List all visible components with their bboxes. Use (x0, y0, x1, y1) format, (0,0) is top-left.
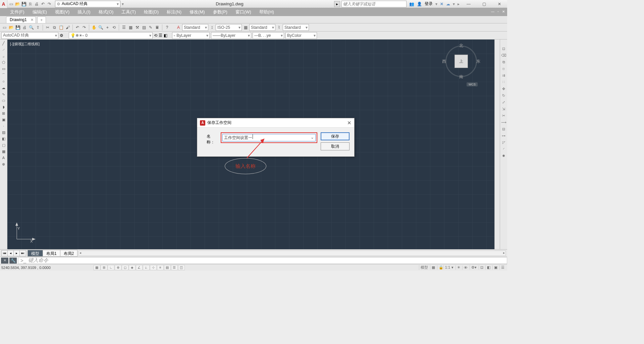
tb-tool-icon[interactable]: ⚒ (134, 24, 140, 30)
snap-toggle[interactable]: ▦ (94, 265, 100, 270)
menu-file[interactable]: 文件(F) (10, 9, 24, 15)
tb-open-icon[interactable]: 📂 (8, 24, 14, 30)
copy-icon[interactable]: ⧉ (501, 59, 507, 65)
color-combo[interactable]: ▫ByLayer (172, 32, 210, 39)
layout-first-icon[interactable]: ⏮ (2, 251, 8, 256)
grid-icon[interactable]: ▦ (430, 265, 436, 270)
tab-layout2[interactable]: 布局2 (60, 250, 78, 257)
line-icon[interactable]: ╱ (1, 40, 7, 46)
viewcube-north[interactable]: 北 (459, 43, 463, 49)
gradient-icon[interactable]: ◧ (1, 136, 7, 142)
join-icon[interactable]: ⊶ (501, 133, 507, 139)
redo-icon[interactable]: ↷ (46, 1, 52, 7)
menu-dimension[interactable]: 标注(N) (167, 9, 181, 15)
addsel-icon[interactable]: ⊕ (1, 161, 7, 167)
mirror-icon[interactable]: ⎅ (501, 66, 507, 72)
circle-icon[interactable]: ○ (1, 78, 7, 84)
grid-toggle[interactable]: ⊞ (101, 265, 107, 270)
region-icon[interactable]: ▢ (1, 142, 7, 148)
viewport-label[interactable]: [-][俯视][二维线框] (10, 42, 40, 47)
tb-cut-icon[interactable]: ✂ (45, 24, 51, 30)
ortho-toggle[interactable]: ∟ (108, 265, 114, 270)
layer-state-icon[interactable]: ☰ (159, 33, 162, 38)
qat-dropdown-icon[interactable]: ▾ (120, 2, 125, 6)
rotate-icon[interactable]: ↻ (501, 92, 507, 98)
tb-paste-icon[interactable]: 📋 (58, 24, 64, 30)
tb-publish-icon[interactable]: ⇪ (35, 24, 41, 30)
plotstyle-combo[interactable]: ByColor (285, 32, 317, 39)
tb-qcalc-icon[interactable]: 🖩 (154, 24, 160, 30)
dialog-titlebar[interactable]: A 保存工作空间 ✕ (197, 118, 354, 128)
minimize-button[interactable]: ― (461, 0, 476, 8)
hardware-icon[interactable]: ⊡ (479, 265, 485, 270)
tb-sheet-icon[interactable]: ▤ (141, 24, 147, 30)
dyn-toggle[interactable]: ⊹ (150, 265, 157, 270)
move-icon[interactable]: ✥ (501, 86, 507, 92)
dialog-close-icon[interactable]: ✕ (347, 120, 352, 126)
insert-icon[interactable]: ⊞ (1, 110, 7, 116)
help-overflow-icon[interactable]: ▸ (458, 2, 460, 6)
tb-dc-icon[interactable]: ▦ (127, 24, 133, 30)
workspace-combo2[interactable]: AutoCAD 经典 (1, 32, 58, 39)
menu-help[interactable]: 帮助(H) (259, 9, 274, 15)
polar-toggle[interactable]: ⊕ (115, 265, 121, 270)
layout-next-icon[interactable]: ▸ (14, 251, 20, 256)
mdi-minimize-icon[interactable]: ― (490, 9, 495, 14)
break-icon[interactable]: ⊟ (501, 126, 507, 132)
tb-help-icon[interactable]: ? (164, 24, 170, 30)
tb-zoom-icon[interactable]: 🔍 (98, 24, 104, 30)
coordinates[interactable]: 5240.5834, 397.9109 , 0.0000 (1, 266, 51, 270)
pline-icon[interactable]: ⟓ (1, 53, 7, 59)
tb-print-icon[interactable]: 🖨 (21, 24, 28, 30)
tb-zoomprev-icon[interactable]: ⟲ (111, 24, 117, 30)
dimstyle-icon[interactable]: ⟟ (209, 24, 215, 30)
infocenter-icon[interactable]: 👥 (409, 2, 414, 6)
scale-icon[interactable]: ⤢ (501, 99, 507, 105)
tb-new-icon[interactable]: ▭ (1, 24, 7, 30)
erase-icon[interactable]: ⌫ (501, 52, 507, 58)
polygon-icon[interactable]: ⬠ (1, 59, 7, 65)
menu-parametric[interactable]: 参数(P) (213, 9, 227, 15)
vertical-scrollbar[interactable] (494, 40, 500, 249)
visibility-icon[interactable]: 👁 (462, 266, 469, 270)
chamfer-icon[interactable]: ◸ (501, 139, 507, 145)
tb-redo-icon[interactable]: ↷ (81, 24, 87, 30)
layout-last-icon[interactable]: ⏭ (20, 251, 26, 256)
drawing-canvas[interactable]: [-][俯视][二维线框] Y X 上 北 南 东 西 WCS A 保存工作空间… (7, 40, 494, 249)
linetype-combo[interactable]: ―― ByLayer (211, 32, 251, 39)
lwt-toggle[interactable]: ≡ (157, 265, 164, 270)
tablestyle-icon[interactable]: ▦ (243, 24, 249, 30)
ws-gear-icon[interactable]: ⚙ (60, 33, 63, 38)
exchange-icon[interactable]: ✕ (440, 2, 443, 6)
array-icon[interactable]: ∷ (501, 79, 507, 85)
model-badge[interactable]: 模型 (419, 265, 429, 270)
tb-preview-icon[interactable]: 🔍 (28, 24, 34, 30)
clean-icon[interactable]: ▣ (492, 265, 499, 270)
doc-tab-add[interactable]: + (37, 16, 46, 23)
app-icon[interactable]: A (0, 0, 7, 8)
cancel-button[interactable]: 取消 (321, 142, 350, 150)
hatch-icon[interactable]: ▨ (1, 129, 7, 135)
xline-icon[interactable]: ⟋ (1, 47, 7, 53)
block-icon[interactable]: ▣ (1, 117, 7, 123)
rectangle-icon[interactable]: ▭ (1, 66, 7, 72)
arc-icon[interactable]: ⌒ (1, 72, 7, 78)
revcloud-icon[interactable]: ☁ (1, 85, 7, 91)
layout-prev-icon[interactable]: ◂ (8, 251, 14, 256)
menu-view[interactable]: 视图(V) (55, 9, 69, 15)
viewcube-east[interactable]: 东 (476, 59, 480, 64)
cloud-icon[interactable]: ☁ (446, 2, 450, 6)
new-icon[interactable]: ▭ (8, 1, 14, 7)
ws-switch-icon[interactable]: ⚙▾ (470, 265, 478, 270)
menu-window[interactable]: 窗口(W) (235, 9, 251, 15)
offset-icon[interactable]: ⇉ (501, 72, 507, 78)
layer-prev-icon[interactable]: ⟲ (154, 33, 157, 38)
saveas-icon[interactable]: ⎘ (27, 1, 33, 7)
table-icon[interactable]: ▦ (1, 148, 7, 154)
workspace-combo[interactable]: ⚙ AutoCAD 经典 ▾ (55, 1, 120, 7)
extend-icon[interactable]: ⟶ (501, 119, 507, 125)
login-label[interactable]: 登录 (425, 1, 433, 7)
command-input[interactable]: >_ 键入命令 (18, 257, 507, 264)
search-input[interactable] (341, 1, 407, 7)
login-icon[interactable]: 👤 (417, 2, 422, 6)
